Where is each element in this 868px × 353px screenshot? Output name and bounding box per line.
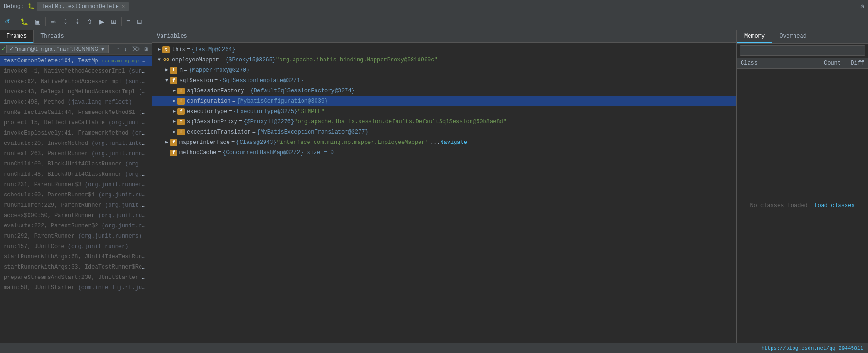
step-over-button[interactable]: ⇨ <box>48 16 59 27</box>
list-item[interactable]: schedule:60, ParentRunner$1 (org.junit.r… <box>0 190 152 200</box>
memory-tabs: Memory Overhead <box>737 30 868 44</box>
tab-frames[interactable]: Frames <box>0 30 34 43</box>
settings-menu-button[interactable]: ≡ <box>124 16 133 27</box>
navigate-link[interactable]: Navigate <box>440 138 467 147</box>
list-item[interactable]: runReflectiveCall:44, FrameworkMethod$1 … <box>0 107 152 118</box>
var-row-exceptiontranslator[interactable]: ▶ f exceptionTranslator = {MyBatisExcept… <box>152 127 736 137</box>
var-row-sqlsessionproxy[interactable]: ▶ f sqlSessionProxy = {$Proxy11@3276} "o… <box>152 117 736 127</box>
load-classes-link[interactable]: Load classes <box>814 203 854 209</box>
run-to-cursor-button[interactable]: ▶ <box>96 16 107 27</box>
close-icon[interactable]: × <box>122 4 125 9</box>
memory-empty-state: No classes loaded. Load classes <box>737 69 868 343</box>
list-item[interactable]: runChild:69, BlockJUnit4ClassRunner (org… <box>0 159 152 169</box>
list-item[interactable]: invoke:62, NativeMethodAccessorImpl (sun… <box>0 76 152 87</box>
expand-arrow-icon[interactable]: ▶ <box>171 118 177 126</box>
title-tab[interactable]: TestMp.testCommonDelete × <box>37 2 129 11</box>
title-tab-text: TestMp.testCommonDelete <box>41 3 119 10</box>
frames-toolbar-right: ↑ ↓ ⌦ ⊞ <box>115 45 150 53</box>
dropdown-arrow-icon: ▼ <box>100 46 105 52</box>
expand-arrow-icon[interactable]: ▼ <box>156 56 162 64</box>
list-item[interactable]: prepareStreamsAndStart:230, JUnitStarter… <box>0 272 152 283</box>
right-panel: Memory Overhead Class Count Diff No clas… <box>737 30 868 343</box>
list-item[interactable]: run:292, ParentRunner (org.junit.runners… <box>0 231 152 241</box>
var-type-icon: f <box>170 139 177 146</box>
expand-arrow-icon[interactable]: ▶ <box>171 128 177 136</box>
expand-arrow-icon[interactable]: ▶ <box>171 87 177 95</box>
settings-icon[interactable]: ⚙ <box>861 2 864 10</box>
diff-column-header: Diff <box>841 60 864 67</box>
list-item[interactable]: invokeExplosively:41, FrameworkMethod (o… <box>0 128 152 138</box>
separator-2 <box>45 17 46 26</box>
console-button[interactable]: ▣ <box>32 16 44 27</box>
var-type-icon: f <box>177 108 185 115</box>
list-item[interactable]: invoke:43, DelegatingMethodAccessorImpl … <box>0 87 152 97</box>
var-row-methodcache[interactable]: f methodCache = {ConcurrentHashMap@3272}… <box>152 148 736 158</box>
memory-search-input[interactable] <box>740 45 865 56</box>
list-item[interactable]: main:58, JUnitStarter (com.intellij.rt.j… <box>0 283 152 293</box>
list-item[interactable]: invoke:498, Method (java.lang.reflect) <box>0 97 152 107</box>
toolbar: ↺ 🐛 ▣ ⇨ ⇩ ⇣ ⇧ ▶ ⊞ ≡ ⊟ <box>0 13 868 30</box>
list-item[interactable]: startRunnerWithArgs:68, JUnit4IdeaTestRu… <box>0 252 152 262</box>
list-item[interactable]: invoke0:-1, NativeMethodAccessorImpl (su… <box>0 66 152 76</box>
expand-arrow-icon[interactable]: ▼ <box>163 76 170 85</box>
frame-item-selected[interactable]: testCommonDelete:101, TestMp (com.ming.m… <box>0 56 152 66</box>
var-type-icon: f <box>177 129 185 135</box>
tab-overhead[interactable]: Overhead <box>772 30 814 43</box>
list-item[interactable]: run:157, JUnitCore (org.junit.runner) <box>0 241 152 252</box>
var-row-h[interactable]: ▶ f h = {MapperProxy@3270} <box>152 65 736 75</box>
var-row-this[interactable]: ▶ t this = {TestMp@3264} <box>152 45 736 55</box>
evaluate-button[interactable]: ⊞ <box>108 16 119 27</box>
count-column-header: Count <box>803 60 841 67</box>
copy-button[interactable]: ⊞ <box>142 45 150 53</box>
tab-threads[interactable]: Threads <box>34 30 71 43</box>
separator-3 <box>121 17 122 26</box>
expand-arrow-icon[interactable]: ▶ <box>171 97 177 105</box>
debugger-button[interactable]: 🐛 <box>17 16 31 27</box>
panel-tabs: Frames Threads <box>0 30 152 44</box>
var-row-mapperinterface[interactable]: ▶ f mapperInterface = {Class@2943} "inte… <box>152 137 736 148</box>
var-row-sqlsession[interactable]: ▼ f sqlSession = {SqlSessionTemplate@327… <box>152 75 736 86</box>
var-row-executortype[interactable]: ▶ f executorType = {ExecutorType@3275} "… <box>152 106 736 117</box>
expand-arrow-icon[interactable]: ▶ <box>163 66 170 75</box>
move-down-button[interactable]: ↓ <box>122 45 129 53</box>
expand-arrow-icon[interactable]: ▶ <box>171 107 177 116</box>
memory-search <box>737 44 868 58</box>
filter-button[interactable]: ⌦ <box>130 45 141 53</box>
layout-button[interactable]: ⊟ <box>134 16 145 27</box>
list-item[interactable]: access$000:50, ParentRunner (org.junit.r… <box>0 210 152 221</box>
debug-label: Debug: <box>4 3 24 10</box>
frame-list: testCommonDelete:101, TestMp (com.ming.m… <box>0 55 152 343</box>
var-type-icon: f <box>170 77 177 84</box>
list-item[interactable]: run:231, ParentRunner$3 (org.junit.runne… <box>0 180 152 190</box>
expand-arrow-icon[interactable]: ▶ <box>163 138 170 147</box>
step-out-button[interactable]: ⇧ <box>84 16 96 27</box>
var-type-icon: f <box>177 119 185 125</box>
variables-area: ▶ t this = {TestMp@3264} ▼ oo employeeMa… <box>152 43 736 343</box>
left-panel: Frames Threads ✓ ✓ "main"@1 in gro..."ma… <box>0 30 152 343</box>
running-indicator: ✓ <box>2 45 5 53</box>
var-type-icon: f <box>177 98 185 105</box>
list-item[interactable]: evaluate:222, ParentRunner$2 (org.junit.… <box>0 221 152 231</box>
var-row-configuration[interactable]: ▶ f configuration = {MybatisConfiguratio… <box>152 96 736 106</box>
rerun-button[interactable]: ↺ <box>2 16 13 27</box>
expand-arrow-icon[interactable]: ▶ <box>156 45 162 54</box>
var-type-icon: f <box>177 88 185 94</box>
var-type-icon: oo <box>162 57 170 63</box>
variables-header: Variables <box>152 30 736 43</box>
var-row-sqlsessionfactory[interactable]: ▶ f sqlSessionFactory = {DefaultSqlSessi… <box>152 86 736 96</box>
var-row-employeemapper[interactable]: ▼ oo employeeMapper = {$Proxy15@3265} "o… <box>152 55 736 65</box>
list-item[interactable]: runLeaf:263, ParentRunner (org.junit.run… <box>0 149 152 159</box>
force-step-into-button[interactable]: ⇣ <box>72 16 83 27</box>
no-classes-text: No classes loaded. <box>750 203 811 209</box>
thread-dropdown[interactable]: ✓ "main"@1 in gro..."main": RUNNING ▼ <box>6 45 109 53</box>
move-up-button[interactable]: ↑ <box>115 45 121 53</box>
list-item[interactable]: startRunnerWithArgs:33, IdeaTestRunner$R… <box>0 262 152 272</box>
list-item[interactable]: runChildren:229, ParentRunner (org.junit… <box>0 200 152 210</box>
list-item[interactable]: evaluate:20, InvokeMethod (org.junit.int… <box>0 138 152 149</box>
frame-location-text: (com.ming.mp.test) <box>102 58 152 64</box>
tab-memory[interactable]: Memory <box>737 30 772 43</box>
var-type-icon: f <box>170 150 177 156</box>
step-into-button[interactable]: ⇩ <box>60 16 71 27</box>
list-item[interactable]: runChild:48, BlockJUnit4ClassRunner (org… <box>0 169 152 180</box>
list-item[interactable]: protect:15, ReflectiveCallable (org.juni… <box>0 118 152 128</box>
